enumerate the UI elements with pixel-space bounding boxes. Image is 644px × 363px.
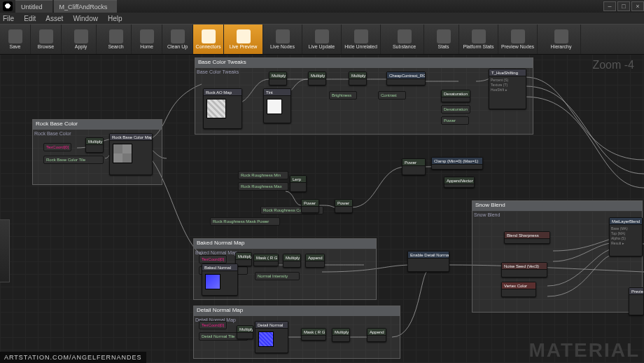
node-multiply-bt1[interactable]: Multiply — [269, 71, 287, 85]
save-icon — [8, 29, 22, 43]
tool-platform-stats[interactable]: Platform Stats — [459, 25, 498, 54]
node-cheapcontrast[interactable]: CheapContrast_RGB — [386, 71, 426, 85]
live-preview-icon — [237, 29, 251, 43]
tool-save[interactable]: Save — [0, 25, 31, 54]
substance-icon — [398, 29, 412, 43]
group-sublabel: Snow Blend — [474, 212, 500, 217]
tool-preview-nodes[interactable]: Preview Nodes — [498, 25, 538, 54]
color-swatch — [267, 99, 282, 114]
node-texcoord0[interactable]: TexCoord[0] — [43, 143, 71, 151]
search-icon — [109, 29, 123, 43]
node-append-dn[interactable]: Append — [367, 328, 386, 342]
node-appendvector[interactable]: AppendVector — [444, 177, 475, 188]
browse-icon — [39, 29, 53, 43]
node-texcoord2[interactable]: TexCoord[0] — [199, 321, 227, 329]
menu-edit[interactable]: Edit — [24, 15, 36, 22]
node-blend-sharpness[interactable]: Blend Sharpness — [504, 231, 550, 244]
group-header[interactable]: Detail Normal Map — [194, 306, 400, 316]
tool-live-nodes[interactable]: Live Nodes — [263, 25, 302, 54]
node-noise-seed[interactable]: Noise Seed (Vec3) — [501, 262, 547, 278]
menu-asset[interactable]: Asset — [46, 15, 63, 22]
node-rock-tile[interactable]: Rock Base Color Tile — [43, 156, 104, 164]
node-matlayer-blend[interactable]: MatLayerBlend Base (MA)Top (MA)Alpha (S)… — [609, 217, 643, 256]
material-graph-canvas[interactable]: Zoom -4 Rock B — [0, 55, 644, 363]
material-watermark: MATERIAL — [528, 339, 640, 362]
texture-swatch — [258, 331, 274, 347]
node-mask-dn[interactable]: Mask ( R G ) — [301, 328, 326, 341]
node-multiply-bn2[interactable]: Multiply — [283, 254, 301, 268]
tool-live-update[interactable]: Live Update — [302, 25, 342, 54]
node-rock-rough-max[interactable]: Rock Roughness Max — [238, 182, 288, 191]
connectors-icon — [202, 29, 216, 43]
node-rock-ao-map[interactable]: Rock AO Map — [203, 88, 242, 129]
tool-hide-unrelated[interactable]: Hide Unrelated — [342, 25, 381, 54]
hide-unrelated-icon — [354, 29, 368, 43]
node-normal-intensity[interactable]: Normal Intensity — [255, 272, 300, 280]
node-desaturation[interactable]: Desaturation — [441, 90, 470, 102]
tool-stats[interactable]: Stats — [428, 25, 459, 54]
group-header[interactable]: Baked Normal Map — [194, 239, 376, 249]
tool-home[interactable]: Home — [132, 25, 162, 54]
node-power-bt[interactable]: Power — [441, 116, 469, 125]
preview-nodes-icon — [511, 29, 525, 43]
doc-tab-untitled[interactable]: Untitled — [15, 0, 52, 13]
stats-icon — [437, 29, 451, 43]
node-baked-normal-tex[interactable]: Baked Normal — [202, 263, 238, 296]
node-brightness[interactable]: Brightness — [329, 91, 357, 100]
node-multiply-bt2[interactable]: Multiply — [308, 71, 326, 85]
window-minimize-button[interactable]: – — [603, 1, 616, 11]
group-base-color-tweaks[interactable]: Base Color Tweaks Base Color Tweaks — [195, 57, 533, 135]
tool-cleanup[interactable]: Clean Up — [162, 25, 193, 54]
doc-tab-material[interactable]: M_CliffAndRocks — [54, 0, 118, 13]
group-header[interactable]: Snow Blend — [472, 201, 642, 211]
group-sublabel: Base Color Tweaks — [197, 69, 239, 74]
tool-substance[interactable]: Substance — [385, 25, 424, 54]
node-multiply-bt3[interactable]: Multiply — [349, 71, 367, 85]
tool-browse[interactable]: Browse — [31, 25, 62, 54]
hierarchy-icon — [554, 29, 568, 43]
node-desat-amount[interactable]: Desaturation — [441, 105, 470, 114]
node-enable-detail[interactable]: Enable Detail Normal — [407, 251, 449, 272]
texture-swatch — [113, 144, 132, 163]
menu-help[interactable]: Help — [108, 15, 122, 22]
menu-window[interactable]: Window — [73, 15, 98, 22]
node-preview-result[interactable]: Preview — [629, 287, 644, 315]
home-icon — [140, 29, 154, 43]
node-detail-normal-tex[interactable]: Detail Normal — [255, 321, 288, 353]
node-texcoord1[interactable]: TexCoord[0] — [199, 255, 227, 263]
node-tint[interactable]: Tint — [263, 88, 291, 123]
tool-apply[interactable]: Apply — [66, 25, 97, 54]
node-rock-rough-min[interactable]: Rock Roughness Min — [238, 171, 288, 179]
node-power-rough[interactable]: Power — [301, 199, 319, 213]
live-update-icon — [315, 29, 329, 43]
group-header[interactable]: Rock Base Color — [33, 120, 162, 130]
node-rock-rough-power[interactable]: Rock Roughness Mask Power — [210, 217, 280, 226]
node-mask-bn[interactable]: Mask ( R G ) — [253, 254, 279, 266]
palette-widget[interactable] — [0, 219, 10, 282]
menubar: File Edit Asset Window Help — [0, 13, 644, 24]
tool-hierarchy[interactable]: Hierarchy — [542, 25, 581, 54]
tool-search[interactable]: Search — [101, 25, 132, 54]
node-power-r3[interactable]: Power — [402, 158, 426, 175]
tool-live-preview[interactable]: Live Preview — [224, 25, 263, 54]
node-power-rough2[interactable]: Power — [335, 199, 353, 213]
node-hueshift[interactable]: T_HueShifting Percent (S)Texture (T)HueS… — [489, 69, 526, 109]
window-close-button[interactable]: × — [631, 1, 644, 11]
node-rock-base-color-map[interactable]: Rock Base Color Map — [109, 133, 153, 175]
live-nodes-icon — [276, 29, 290, 43]
tool-connectors[interactable]: Connectors — [193, 25, 224, 54]
window-maximize-button[interactable]: □ — [617, 1, 630, 11]
node-multiply-dn2[interactable]: Multiply — [332, 328, 350, 342]
node-clamp[interactable]: Clamp (Min=0) (Max=1) — [431, 157, 483, 170]
node-contrast[interactable]: Contrast — [378, 91, 406, 100]
menu-file[interactable]: File — [3, 15, 14, 22]
node-multiply-dn[interactable]: Multiply — [237, 325, 253, 339]
texture-swatch — [205, 274, 220, 289]
node-lerp-rough[interactable]: Lerp — [290, 175, 307, 192]
texture-swatch — [206, 99, 226, 118]
node-multiply-rb[interactable]: Multiply — [85, 137, 104, 153]
node-vertex-color[interactable]: Vertex Color — [501, 282, 536, 297]
group-header[interactable]: Base Color Tweaks — [195, 58, 533, 68]
node-append-bn[interactable]: Append — [305, 254, 325, 268]
group-sublabel: Rock Base Color — [34, 131, 71, 136]
